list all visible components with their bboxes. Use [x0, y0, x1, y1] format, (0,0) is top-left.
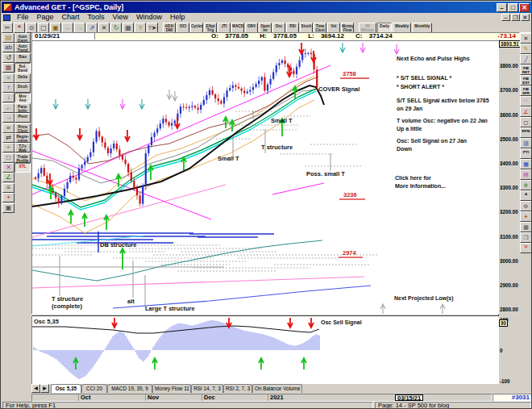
toggle-auto-gann[interactable]: Auto Gann — [15, 33, 31, 43]
add-icon[interactable]: + — [2, 193, 15, 202]
zoom-box-icon[interactable]: □ — [2, 153, 15, 163]
divide-icon[interactable]: ÷ — [2, 143, 15, 152]
ribbon-tool-icon[interactable]: ▤ — [520, 169, 532, 180]
quick-reset-icon[interactable]: ↺ — [2, 53, 15, 63]
study-button-open-int[interactable]: Open Int — [259, 23, 272, 33]
open-chart-icon[interactable]: ▤ — [2, 33, 15, 43]
price-label-icon[interactable]: ¤ — [2, 123, 15, 133]
menu-window[interactable]: Window — [132, 13, 166, 22]
clear-lines-icon[interactable]: ✕ — [2, 163, 15, 173]
click-here-link[interactable]: Click here for — [395, 175, 431, 181]
delete-page-icon[interactable]: ✕ — [98, 23, 110, 33]
tab-osc-5-35[interactable]: Osc 5,35 — [51, 384, 81, 393]
study-button-ellipt-trig[interactable]: Ellipt Trig — [204, 23, 217, 33]
gann-fan-tool-icon[interactable]: ∠ — [520, 106, 532, 117]
mdi-minimize-button[interactable]: – — [501, 14, 510, 21]
timeframe-weekly[interactable]: Weekly — [393, 23, 411, 33]
toggle-tj-s-web[interactable]: TJ's Web — [15, 143, 31, 152]
toggle-auto-trend[interactable]: Auto Trend — [15, 43, 31, 52]
pti-tool[interactable]: PTI — [520, 148, 532, 159]
mdi-close-button[interactable]: ✕ — [521, 14, 530, 21]
fib-extension-tool[interactable]: FIB EXT — [520, 75, 532, 86]
rpm-tool[interactable]: RPM — [520, 127, 532, 138]
study-button-macd[interactable]: MACD — [231, 23, 244, 33]
tab-scroll-left-button[interactable]: ◀ — [31, 384, 40, 393]
open-page-icon[interactable]: ▣ — [50, 23, 61, 33]
scroll-left-icon[interactable]: ← — [2, 103, 15, 113]
page-list-icon[interactable]: ⇗ — [86, 23, 98, 33]
zoom-out-tool-icon[interactable]: ⊖ — [520, 201, 532, 211]
mdi-restore-button[interactable]: ❐ — [511, 14, 520, 21]
page-back-icon[interactable]: ← — [62, 23, 73, 33]
price-pane[interactable]: COVER SignalNext Echo and Pulse Highs* S… — [31, 40, 499, 314]
wave-label-icon[interactable]: ab — [2, 43, 15, 52]
scroll-up-icon[interactable]: ↑ — [2, 83, 15, 93]
toggle-delta[interactable]: Delta — [15, 73, 31, 83]
menu-file[interactable]: File — [13, 13, 33, 22]
undo-tool[interactable]: U — [520, 243, 532, 253]
ellipse-tool-icon[interactable]: ◻ — [520, 117, 532, 127]
tab-on-balance-volume[interactable]: On Balance Volume — [252, 384, 302, 393]
tab-scroll-right-button[interactable]: ▶ — [40, 384, 49, 393]
date-field[interactable]: 01/29/21 — [32, 33, 95, 40]
portfolio-icon[interactable]: ▣ — [2, 203, 15, 213]
menu-view[interactable]: View — [109, 13, 132, 22]
scroll-down-icon[interactable]: ↓ — [2, 93, 15, 102]
study-button-jti[interactable]: JTI — [218, 23, 231, 33]
trendline-tool-icon[interactable]: ╱ — [520, 54, 532, 65]
snap-grid-tool-icon[interactable]: ▩ — [520, 222, 532, 232]
oscillator-pane[interactable]: Osc 5,35Osc Sell Signal — [31, 316, 499, 384]
context-help-icon[interactable]: ?➤ — [147, 23, 158, 33]
gann-angle-icon[interactable]: ∠ — [2, 173, 15, 182]
toggle-dnch[interactable]: Dnch — [15, 83, 31, 93]
tab-money-flow-11[interactable]: Money Flow 11 — [152, 384, 191, 393]
refresh-icon[interactable]: ↻ — [110, 23, 122, 33]
oscillator-canvas[interactable]: Osc 5,35Osc Sell Signal — [32, 316, 498, 383]
fib-retracement-tool[interactable]: FIB RET — [520, 65, 532, 75]
mob-tool-icon[interactable]: ◠ — [520, 96, 532, 106]
toggle-bol-band[interactable]: Bol. Band — [15, 63, 31, 73]
price-chart-canvas[interactable]: COVER SignalNext Echo and Pulse Highs* S… — [32, 41, 498, 313]
menu-page[interactable]: Page — [33, 13, 58, 22]
print-icon[interactable]: ▦ — [123, 23, 134, 33]
zoom-in-tool-icon[interactable]: ⊕ — [520, 180, 532, 190]
pencil-tool-icon[interactable]: ✎ — [520, 44, 532, 54]
study-button-oci[interactable]: OCI — [177, 23, 189, 33]
tab-rsi-2-7-3[interactable]: RSI 2, 7, 3 — [223, 384, 252, 393]
minimize-button[interactable]: – — [497, 3, 507, 12]
pointer-tool-icon[interactable]: ✂ — [2, 23, 13, 33]
toggle-para-bolic[interactable]: Para- bolic — [15, 103, 31, 113]
tab-cci-20[interactable]: CCI 20 — [81, 384, 107, 393]
more-information-link[interactable]: More Information... — [395, 183, 446, 189]
study-button-money-flow[interactable]: Money Flow — [341, 23, 354, 33]
timeframe-daily[interactable]: Daily — [377, 23, 392, 33]
quote-page-icon[interactable]: ❝ — [14, 23, 25, 33]
menu-help[interactable]: Help — [166, 13, 189, 22]
regression-tool-icon[interactable]: ▨ — [520, 138, 532, 148]
toggle-price-clust[interactable]: Price Clust — [15, 123, 31, 133]
toggle-pivot[interactable]: Pivot — [15, 113, 31, 123]
fib-spiral-tool[interactable]: FIB SPR — [520, 86, 532, 96]
page-forward-icon[interactable]: → — [74, 23, 85, 33]
scroll-right-icon[interactable]: → — [2, 113, 15, 123]
grid-tool-icon[interactable]: ▦ — [520, 159, 532, 169]
text-tool-icon[interactable]: A — [520, 190, 532, 201]
elliott-icon[interactable]: ≈ — [2, 73, 15, 83]
study-button-rsi[interactable]: RSI — [286, 23, 299, 33]
paint-tool-icon[interactable]: ✦ — [520, 211, 532, 222]
timeframe-monthly[interactable]: Monthly — [412, 23, 432, 33]
study-button-stoch[interactable]: Stoch — [300, 23, 313, 33]
study-button-vol[interactable]: Vol — [327, 23, 340, 33]
toggle-bias[interactable]: Bias — [15, 53, 31, 63]
search-icon[interactable]: ⊙ — [26, 23, 37, 33]
timeframe-60-minute[interactable]: 60 Minute — [359, 23, 376, 33]
new-page-icon[interactable]: ▢ — [38, 23, 49, 33]
study-button-osc[interactable]: Osc — [272, 23, 285, 33]
parallel-lines-icon[interactable]: ≡ — [2, 183, 15, 193]
tab-macd-19-39-9[interactable]: MACD 19, 39, 9 — [107, 384, 152, 393]
menu-chart[interactable]: Chart — [58, 13, 84, 22]
close-button[interactable]: ✕ — [519, 3, 530, 12]
study-button-cycles[interactable]: Cycles — [190, 23, 203, 33]
toggle-regre-ssion[interactable]: Regre- ssion — [15, 133, 31, 143]
menu-tools[interactable]: Tools — [84, 13, 109, 22]
